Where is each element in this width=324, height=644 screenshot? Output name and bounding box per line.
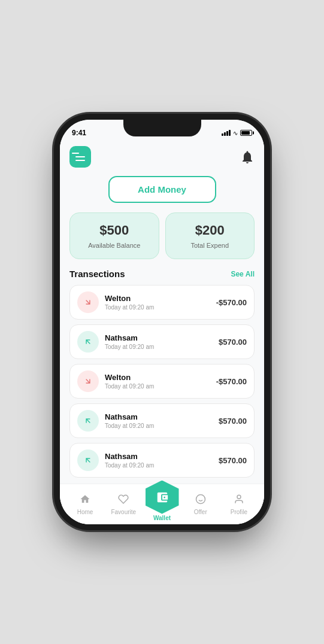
profile-icon	[234, 494, 244, 508]
wallet-label: Wallet	[153, 515, 171, 521]
menu-button[interactable]	[69, 146, 91, 168]
transaction-avatar	[77, 291, 99, 313]
home-icon	[80, 494, 90, 508]
svg-point-0	[196, 494, 205, 503]
menu-icon-line3	[75, 160, 85, 161]
transaction-amount: $570.00	[219, 417, 247, 426]
transaction-name: Nathsam	[105, 333, 213, 342]
add-money-button[interactable]: Add Money	[108, 176, 216, 203]
transaction-amount: $570.00	[219, 456, 247, 465]
phone-frame: 9:41 ∿	[60, 120, 264, 524]
bottom-nav: Home Favourite Wallet	[60, 484, 264, 524]
signal-icon	[222, 130, 231, 136]
transaction-amount: -$570.00	[216, 298, 247, 307]
transaction-avatar	[77, 449, 99, 471]
transaction-info: Nathsam Today at 09:20 am	[105, 452, 213, 469]
status-icons: ∿	[222, 130, 252, 136]
nav-profile[interactable]: Profile	[220, 494, 258, 515]
transaction-time: Today at 09:20 am	[105, 423, 213, 429]
screen: 9:41 ∿	[60, 120, 264, 524]
battery-icon	[240, 130, 252, 136]
transaction-item[interactable]: Welton Today at 09:20 am -$570.00	[69, 364, 255, 399]
transaction-info: Welton Today at 09:20 am	[105, 373, 210, 390]
phone-notch	[123, 120, 201, 136]
transactions-list: Welton Today at 09:20 am -$570.00 Nathsa…	[69, 285, 255, 478]
header	[69, 146, 255, 168]
offer-icon	[195, 494, 206, 508]
nav-favourite[interactable]: Favourite	[104, 494, 143, 515]
transaction-item[interactable]: Nathsam Today at 09:20 am $570.00	[69, 324, 255, 359]
favourite-icon	[118, 494, 129, 508]
home-label: Home	[77, 509, 93, 515]
transaction-amount: -$570.00	[216, 377, 247, 386]
available-balance-amount: $500	[76, 223, 153, 238]
transaction-time: Today at 09:20 am	[105, 304, 210, 311]
notification-bell-icon[interactable]	[240, 150, 255, 164]
transaction-item[interactable]: Nathsam Today at 09:20 am $570.00	[69, 403, 255, 438]
status-time: 9:41	[72, 129, 86, 137]
available-balance-card: $500 Available Balance	[69, 212, 159, 259]
nav-wallet-wrapper: Wallet	[143, 484, 181, 525]
menu-icon-line1	[72, 153, 79, 154]
transaction-name: Nathsam	[105, 412, 213, 421]
transaction-name: Nathsam	[105, 452, 213, 461]
transaction-name: Welton	[105, 294, 210, 303]
transaction-amount: $570.00	[219, 338, 247, 347]
nav-home[interactable]: Home	[66, 494, 104, 515]
transactions-header: Transections See All	[69, 269, 255, 279]
favourite-label: Favourite	[111, 509, 136, 515]
main-content: Add Money $500 Available Balance $200 To…	[60, 141, 264, 484]
balance-cards: $500 Available Balance $200 Total Expend	[69, 212, 255, 259]
transaction-info: Nathsam Today at 09:20 am	[105, 333, 213, 350]
menu-icon-line2	[75, 156, 85, 157]
transactions-title: Transections	[69, 269, 125, 279]
wallet-center-button[interactable]	[146, 481, 179, 514]
transaction-time: Today at 09:20 am	[105, 462, 213, 469]
nav-offer[interactable]: Offer	[181, 494, 220, 515]
see-all-button[interactable]: See All	[231, 270, 255, 278]
transaction-time: Today at 09:20 am	[105, 344, 213, 350]
total-expend-card: $200 Total Expend	[165, 212, 255, 259]
transaction-time: Today at 09:20 am	[105, 383, 210, 390]
transaction-avatar	[77, 331, 99, 353]
wifi-icon: ∿	[233, 130, 238, 136]
transaction-info: Nathsam Today at 09:20 am	[105, 412, 213, 429]
transaction-info: Welton Today at 09:20 am	[105, 294, 210, 311]
transaction-avatar	[77, 370, 99, 392]
svg-point-3	[237, 495, 241, 499]
transaction-item[interactable]: Welton Today at 09:20 am -$570.00	[69, 285, 255, 320]
total-expend-label: Total Expend	[172, 242, 249, 249]
profile-label: Profile	[231, 509, 247, 515]
transaction-avatar	[77, 410, 99, 432]
offer-label: Offer	[194, 509, 207, 515]
total-expend-amount: $200	[172, 223, 249, 238]
transaction-item[interactable]: Nathsam Today at 09:20 am $570.00	[69, 443, 255, 478]
transaction-name: Welton	[105, 373, 210, 382]
available-balance-label: Available Balance	[76, 242, 153, 249]
